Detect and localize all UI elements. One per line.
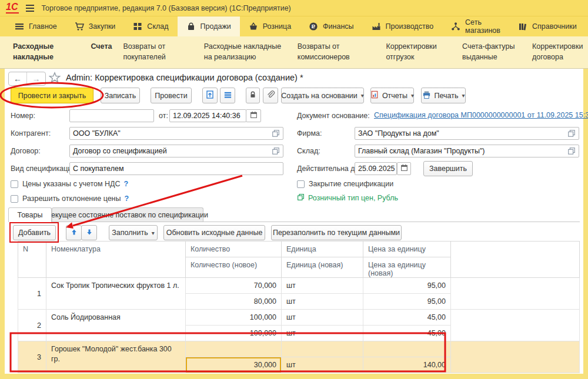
- submenu-item-vozvraty-ot-pokupatelei[interactable]: Возвраты от покупателей: [123, 42, 192, 62]
- back-button[interactable]: ←: [9, 72, 27, 85]
- menu-item-glavnoe[interactable]: Главное: [6, 16, 66, 36]
- help-icon[interactable]: ?: [124, 180, 129, 188]
- cell-price-new[interactable]: 140,00: [363, 357, 451, 373]
- table-row-3-old[interactable]: 3Горошек "Молодой" жест.банка 300 гр.: [18, 341, 580, 357]
- date-input[interactable]: 12.09.2025 14:40:36: [169, 109, 246, 122]
- cell-nomenclature[interactable]: Соль Йодированная: [46, 310, 186, 341]
- register-records-icon-button[interactable]: [220, 88, 235, 103]
- post-button[interactable]: Провести: [151, 88, 192, 103]
- menu-item-zakupki[interactable]: Закупки: [66, 16, 125, 36]
- cell-price[interactable]: [363, 341, 451, 357]
- cell-unit[interactable]: шт: [282, 310, 363, 326]
- post-document-icon-button[interactable]: [202, 88, 218, 103]
- tab-tekushchee-sostoyanie[interactable]: Текущее состояние поставок по спецификац…: [52, 207, 203, 222]
- grid-icon: [133, 22, 142, 31]
- lock-icon-button[interactable]: [246, 88, 260, 103]
- menu-item-spravochniki[interactable]: Справочники: [509, 16, 586, 36]
- submenu-item-rashodnye-nakladnye-na-realizatsiyu[interactable]: Расходные накладные на реализацию: [204, 42, 286, 62]
- cell-qty-new[interactable]: 80,000: [186, 294, 282, 310]
- tab-tovary[interactable]: Товары: [8, 207, 52, 222]
- cell-n[interactable]: 1: [18, 278, 46, 310]
- move-row-up-button[interactable]: [66, 225, 82, 240]
- spec-kind-input[interactable]: С покупателем: [69, 162, 283, 175]
- firm-input[interactable]: ЗАО "Продукты на дом": [355, 127, 579, 140]
- open-reference-icon[interactable]: [567, 129, 576, 137]
- hamburger-icon[interactable]: [26, 5, 34, 12]
- 1c-logo-icon[interactable]: 1С: [6, 2, 19, 14]
- cell-qty-new[interactable]: 100,000: [186, 326, 282, 341]
- vat-included-checkbox[interactable]: [11, 180, 18, 188]
- base-document-link[interactable]: Спецификация договора МП0000000000001 от…: [374, 111, 588, 119]
- move-row-down-button[interactable]: [81, 225, 97, 240]
- save-button[interactable]: Записать: [101, 88, 140, 103]
- col-header-nomenclature[interactable]: Номенклатура: [46, 242, 186, 278]
- cell-n[interactable]: 3: [18, 341, 46, 373]
- price-type-link[interactable]: Розничный тип цен, Рубль: [297, 193, 398, 203]
- cell-qty[interactable]: [186, 341, 282, 357]
- contract-input[interactable]: Договор со спецификацией: [69, 145, 283, 157]
- submenu-item-korrektirovki-dogovora[interactable]: Корректировки договора: [532, 42, 588, 62]
- col-header-qty-new[interactable]: Количество (новое): [186, 257, 282, 278]
- cell-n[interactable]: 2: [18, 310, 46, 341]
- open-reference-icon[interactable]: [272, 147, 280, 155]
- submenu-item-vozvraty-ot-komissionerov[interactable]: Возвраты от комиссионеров: [298, 42, 375, 62]
- favorite-star-icon[interactable]: [49, 72, 61, 85]
- fill-button[interactable]: Заполнить▾: [109, 225, 158, 240]
- cell-unit[interactable]: шт: [282, 278, 363, 294]
- refill-current-data-button[interactable]: Перезаполнить по текущим данными: [271, 225, 402, 240]
- valid-until-input[interactable]: 25.09.2025: [355, 162, 397, 175]
- cell-qty-new[interactable]: 30,000: [186, 357, 282, 373]
- cell-unit-new[interactable]: шт: [282, 294, 363, 310]
- post-and-close-button[interactable]: Провести и закрыть: [11, 88, 93, 103]
- table-row-1-old[interactable]: 1Сок Тропик Тропических фруктов 1 л.70,0…: [18, 278, 580, 294]
- refresh-source-data-button[interactable]: Обновить исходные данные: [163, 225, 265, 240]
- cell-price-new[interactable]: 95,00: [363, 294, 451, 310]
- counterparty-input[interactable]: ООО "БУЛКА": [69, 127, 283, 140]
- col-header-n[interactable]: N: [18, 242, 46, 278]
- col-header-qty[interactable]: Количество: [186, 242, 282, 257]
- col-header-unit[interactable]: Единица: [282, 242, 363, 257]
- submenu-item-scheta-faktury-vydannye[interactable]: Счета-фактуры выданные: [462, 42, 521, 62]
- menu-item-sklad[interactable]: Склад: [124, 16, 177, 36]
- cell-price-new[interactable]: 45,00: [363, 326, 451, 341]
- menu-item-prodazhi[interactable]: Продажи: [178, 16, 240, 36]
- calendar-picker-button[interactable]: [246, 109, 261, 122]
- lock-icon: [249, 90, 257, 100]
- menu-item-roznitsa[interactable]: Розница: [240, 16, 300, 36]
- col-header-unit-new[interactable]: Единица (новая): [282, 257, 363, 278]
- price-deviation-checkbox[interactable]: [11, 195, 18, 203]
- open-reference-icon[interactable]: [567, 147, 576, 155]
- number-input[interactable]: [69, 109, 154, 122]
- cell-unit[interactable]: [282, 341, 363, 357]
- table-row-2-old[interactable]: 2Соль Йодированная100,000шт45,00: [18, 310, 580, 326]
- menu-item-set-magazinov[interactable]: Сеть магазинов: [442, 16, 509, 36]
- cell-nomenclature[interactable]: Сок Тропик Тропических фруктов 1 л.: [46, 278, 186, 310]
- warehouse-input[interactable]: Главный склад (Магазин "Продукты"): [355, 145, 579, 157]
- cell-price[interactable]: 45,00: [363, 310, 451, 326]
- forward-button[interactable]: →: [27, 72, 45, 85]
- add-row-button[interactable]: Добавить: [13, 225, 56, 240]
- cell-unit-new[interactable]: шт: [282, 357, 363, 373]
- menu-item-proizvodstvo[interactable]: Производство: [363, 16, 443, 36]
- reports-button[interactable]: Отчеты▾: [370, 88, 414, 103]
- submenu-item-korrektirovki-otgruzok[interactable]: Корректировки отгрузок: [386, 42, 451, 62]
- cell-qty[interactable]: 70,000: [186, 278, 282, 294]
- menu-item-finansy[interactable]: РФинансы: [300, 16, 362, 36]
- col-header-price-new[interactable]: Цена за единицу (новая): [363, 257, 451, 278]
- cell-nomenclature[interactable]: Горошек "Молодой" жест.банка 300 гр.: [46, 341, 186, 373]
- create-based-on-button[interactable]: Создать на основании▾: [281, 88, 364, 103]
- close-spec-checkbox[interactable]: [297, 180, 305, 188]
- print-button[interactable]: Печать▾: [421, 88, 466, 103]
- menu-item-otchety-razdel[interactable]: [586, 16, 588, 36]
- attachments-icon-button[interactable]: [263, 88, 278, 103]
- col-header-price[interactable]: Цена за единицу: [363, 242, 451, 257]
- help-icon[interactable]: ?: [125, 194, 129, 203]
- cell-price[interactable]: 95,00: [363, 278, 451, 294]
- finish-button[interactable]: Завершить: [423, 161, 473, 176]
- submenu-item-scheta[interactable]: Счета: [91, 42, 112, 52]
- cell-unit-new[interactable]: шт: [282, 326, 363, 341]
- open-reference-icon[interactable]: [272, 129, 280, 137]
- cell-qty[interactable]: 100,000: [186, 310, 282, 326]
- submenu-item-rashodnye-nakladnye[interactable]: Расходные накладные: [13, 42, 79, 62]
- calendar-picker-button[interactable]: [397, 162, 411, 175]
